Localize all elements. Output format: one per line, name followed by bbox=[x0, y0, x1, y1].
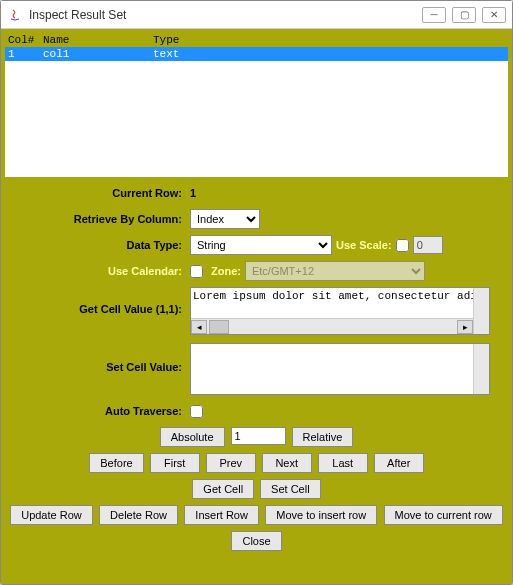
v-scrollbar-2[interactable] bbox=[473, 344, 489, 394]
use-calendar-checkbox[interactable] bbox=[190, 265, 203, 278]
first-button[interactable]: First bbox=[150, 453, 200, 473]
scroll-left-button[interactable]: ◂ bbox=[191, 320, 207, 334]
form-area: Current Row: 1 Retrieve By Column: Index… bbox=[5, 177, 508, 580]
get-cell-textarea-wrap: Lorem ipsum dolor sit amet, consectetur … bbox=[190, 287, 490, 335]
set-cell-textarea[interactable] bbox=[191, 344, 473, 394]
close-window-button[interactable]: ✕ bbox=[482, 7, 506, 23]
get-cell-value-label: Get Cell Value (1,1): bbox=[5, 287, 190, 315]
table-body[interactable]: 1 col1 text bbox=[5, 47, 508, 177]
set-cell-button[interactable]: Set Cell bbox=[260, 479, 321, 499]
set-cell-textarea-wrap bbox=[190, 343, 490, 395]
scroll-right-button[interactable]: ▸ bbox=[457, 320, 473, 334]
cell-name: col1 bbox=[43, 48, 153, 60]
minimize-button[interactable]: ─ bbox=[422, 7, 446, 23]
zone-label: Zone: bbox=[211, 265, 241, 277]
cell-type: text bbox=[153, 48, 505, 60]
zone-select[interactable]: Etc/GMT+12 bbox=[245, 261, 425, 281]
auto-traverse-label: Auto Traverse: bbox=[5, 405, 190, 417]
use-scale-label: Use Scale: bbox=[336, 239, 392, 251]
get-cell-textarea[interactable]: Lorem ipsum dolor sit amet, consectetur … bbox=[191, 288, 489, 322]
maximize-button[interactable]: ▢ bbox=[452, 7, 476, 23]
col-header-name: Name bbox=[43, 34, 153, 46]
move-to-current-button[interactable]: Move to current row bbox=[384, 505, 503, 525]
h-scrollbar[interactable]: ◂ ▸ bbox=[191, 318, 473, 334]
move-to-insert-button[interactable]: Move to insert row bbox=[265, 505, 377, 525]
use-calendar-label: Use Calendar: bbox=[5, 265, 190, 277]
window-title: Inspect Result Set bbox=[29, 8, 422, 22]
current-row-value: 1 bbox=[190, 187, 196, 199]
cell-colnum: 1 bbox=[8, 48, 43, 60]
window-controls: ─ ▢ ✕ bbox=[422, 7, 506, 23]
current-row-label: Current Row: bbox=[5, 187, 190, 199]
close-button[interactable]: Close bbox=[231, 531, 281, 551]
get-cell-button[interactable]: Get Cell bbox=[192, 479, 254, 499]
delete-row-button[interactable]: Delete Row bbox=[99, 505, 178, 525]
update-row-button[interactable]: Update Row bbox=[10, 505, 93, 525]
content-area: Col# Name Type 1 col1 text Current Row: … bbox=[1, 29, 512, 584]
scroll-thumb[interactable] bbox=[209, 320, 229, 334]
absolute-input[interactable] bbox=[231, 427, 286, 445]
auto-traverse-checkbox[interactable] bbox=[190, 405, 203, 418]
relative-button[interactable]: Relative bbox=[292, 427, 354, 447]
col-header-type: Type bbox=[153, 34, 505, 46]
after-button[interactable]: After bbox=[374, 453, 424, 473]
set-cell-value-label: Set Cell Value: bbox=[5, 343, 190, 373]
table-header: Col# Name Type bbox=[5, 33, 508, 47]
window: Inspect Result Set ─ ▢ ✕ Col# Name Type … bbox=[0, 0, 513, 585]
retrieve-by-label: Retrieve By Column: bbox=[5, 213, 190, 225]
table-row[interactable]: 1 col1 text bbox=[5, 47, 508, 61]
java-icon bbox=[7, 7, 23, 23]
before-button[interactable]: Before bbox=[89, 453, 143, 473]
absolute-button[interactable]: Absolute bbox=[160, 427, 225, 447]
scale-input[interactable] bbox=[413, 236, 443, 254]
prev-button[interactable]: Prev bbox=[206, 453, 256, 473]
last-button[interactable]: Last bbox=[318, 453, 368, 473]
use-scale-checkbox[interactable] bbox=[396, 239, 409, 252]
data-type-label: Data Type: bbox=[5, 239, 190, 251]
next-button[interactable]: Next bbox=[262, 453, 312, 473]
titlebar: Inspect Result Set ─ ▢ ✕ bbox=[1, 1, 512, 29]
retrieve-by-select[interactable]: Index bbox=[190, 209, 260, 229]
data-type-select[interactable]: String bbox=[190, 235, 332, 255]
v-scrollbar[interactable] bbox=[473, 288, 489, 334]
insert-row-button[interactable]: Insert Row bbox=[184, 505, 259, 525]
col-header-colnum: Col# bbox=[8, 34, 43, 46]
